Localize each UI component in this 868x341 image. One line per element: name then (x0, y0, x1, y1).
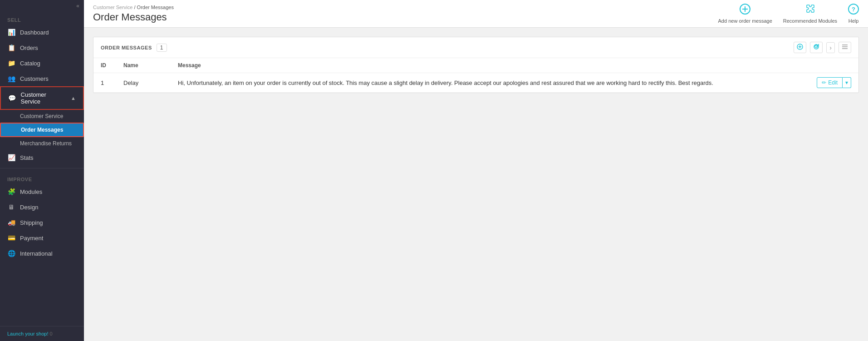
sidebar-item-design[interactable]: 🖥 Design (0, 199, 84, 215)
sidebar-item-customer-service[interactable]: 💬 Customer Service ▲ (0, 86, 84, 110)
panel-title: ORDER MESSAGES (101, 45, 152, 50)
row-id: 1 (93, 73, 116, 93)
customer-service-icon: 💬 (8, 94, 16, 102)
shipping-icon: 🚚 (7, 219, 15, 226)
sidebar-item-label: Orders (20, 44, 38, 51)
sidebar-sub-item-merchandise-returns[interactable]: Merchandise Returns (0, 137, 84, 150)
sidebar-item-dashboard[interactable]: 📊 Dashboard (0, 25, 84, 40)
row-name: Delay (116, 73, 171, 93)
panel-settings-btn[interactable] (839, 42, 851, 53)
customers-icon: 👥 (7, 75, 15, 82)
sidebar-item-stats[interactable]: 📈 Stats (0, 150, 84, 165)
sidebar-item-international[interactable]: 🌐 International (0, 246, 84, 261)
sidebar-bottom: Launch your shop! 0 (0, 326, 84, 341)
help-btn[interactable]: ? Help (848, 4, 859, 24)
sidebar-item-label: Dashboard (20, 29, 49, 36)
sidebar-item-label: Payment (20, 235, 43, 242)
sidebar-item-modules[interactable]: 🧩 Modules (0, 184, 84, 199)
sidebar-item-label: Customers (20, 75, 49, 82)
add-new-order-message-btn[interactable]: Add new order message (718, 4, 772, 24)
recommended-modules-label: Recommended Modules (783, 18, 837, 24)
modules-icon: 🧩 (7, 188, 15, 195)
sidebar-item-label: Design (20, 204, 38, 211)
sidebar-item-orders[interactable]: 📋 Orders (0, 40, 84, 55)
sidebar-item-label: Catalog (20, 60, 40, 67)
order-messages-table: ID Name Message 1 Delay Hi, Unfortunatel… (93, 58, 858, 93)
breadcrumb: Customer Service / Order Messages (93, 5, 174, 10)
sidebar-item-label: Customer Service (21, 91, 67, 105)
sidebar-item-label: International (20, 250, 53, 257)
sidebar-sub-item-label: Customer Service (20, 113, 63, 119)
breadcrumb-parent[interactable]: Customer Service (93, 5, 132, 10)
col-id: ID (93, 58, 116, 73)
sidebar-item-customers[interactable]: 👥 Customers (0, 71, 84, 86)
puzzle-icon (804, 4, 815, 17)
sidebar-item-label: Shipping (20, 219, 43, 226)
launch-shop-label[interactable]: Launch your shop! (7, 331, 49, 336)
sidebar-sub-item-label: Merchandise Returns (20, 140, 72, 147)
sidebar-item-catalog[interactable]: 📁 Catalog (0, 55, 84, 71)
sidebar-collapse-btn[interactable]: « (0, 0, 84, 12)
orders-icon: 📋 (7, 44, 15, 51)
col-actions (809, 58, 858, 73)
bottom-number: 0 (50, 331, 53, 336)
panel-refresh-btn[interactable] (810, 42, 823, 53)
edit-dropdown-btn[interactable]: ▾ (843, 77, 851, 88)
sidebar-sub-item-label: Order Messages (21, 127, 63, 133)
recommended-modules-btn[interactable]: Recommended Modules (783, 4, 837, 24)
sidebar-item-payment[interactable]: 💳 Payment (0, 230, 84, 246)
sidebar-sub-item-order-messages[interactable]: Order Messages (0, 123, 84, 137)
content-area: ORDER MESSAGES 1 (84, 28, 868, 341)
col-message: Message (171, 58, 809, 73)
order-messages-panel: ORDER MESSAGES 1 (93, 37, 859, 93)
stats-icon: 📈 (7, 154, 15, 161)
col-name: Name (116, 58, 171, 73)
sidebar: « SELL 📊 Dashboard 📋 Orders 📁 Catalog 👥 … (0, 0, 84, 341)
add-new-label: Add new order message (718, 18, 772, 24)
topbar-left: Customer Service / Order Messages Order … (93, 5, 174, 23)
svg-text:?: ? (852, 6, 855, 13)
help-label: Help (848, 18, 859, 24)
panel-tools: › (794, 42, 851, 53)
international-icon: 🌐 (7, 250, 15, 257)
customer-service-subnav: Customer Service Order Messages Merchand… (0, 110, 84, 150)
page-title: Order Messages (93, 11, 174, 23)
edit-icon: ✏ (822, 79, 826, 86)
sidebar-item-label: Stats (20, 154, 34, 161)
topbar-actions: Add new order message Recommended Module… (718, 4, 859, 24)
add-icon (740, 4, 750, 17)
row-message: Hi, Unfortunately, an item on your order… (171, 73, 809, 93)
breadcrumb-current: Order Messages (137, 5, 174, 10)
topbar: Customer Service / Order Messages Order … (84, 0, 868, 28)
edit-label: Edit (828, 79, 838, 86)
panel-count: 1 (157, 44, 167, 52)
catalog-icon: 📁 (7, 59, 15, 67)
sidebar-section-sell: SELL (0, 12, 84, 25)
chevron-icon: ▲ (71, 95, 76, 101)
payment-icon: 💳 (7, 234, 15, 242)
panel-add-btn[interactable] (794, 42, 806, 53)
table-row: 1 Delay Hi, Unfortunately, an item on yo… (93, 73, 858, 93)
row-actions: ✏ Edit ▾ (809, 73, 858, 93)
sidebar-sub-item-customer-service[interactable]: Customer Service (0, 110, 84, 123)
sidebar-section-improve: IMPROVE (0, 171, 84, 184)
dashboard-icon: 📊 (7, 29, 15, 36)
panel-expand-btn[interactable]: › (826, 42, 835, 53)
panel-header: ORDER MESSAGES 1 (93, 37, 858, 58)
edit-button[interactable]: ✏ Edit (817, 77, 843, 88)
main-area: Customer Service / Order Messages Order … (84, 0, 868, 341)
sidebar-item-label: Modules (20, 188, 42, 195)
design-icon: 🖥 (7, 203, 15, 211)
help-icon: ? (848, 4, 859, 17)
sidebar-item-shipping[interactable]: 🚚 Shipping (0, 215, 84, 230)
